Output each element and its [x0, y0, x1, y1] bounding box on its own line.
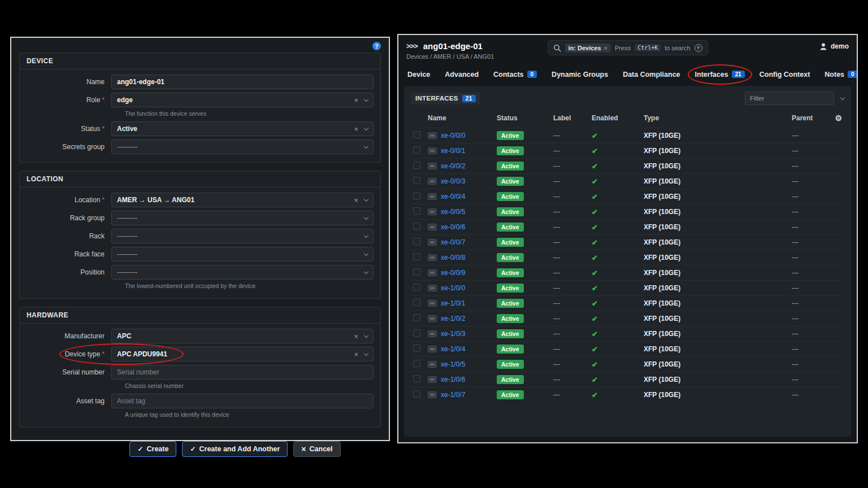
interface-link[interactable]: xe-0/0/8: [441, 254, 465, 262]
interface-link[interactable]: xe-0/0/3: [441, 177, 465, 185]
row-checkbox[interactable]: [413, 329, 420, 337]
text-input[interactable]: Serial number: [111, 365, 374, 380]
enabled-check-icon: ✔: [592, 254, 598, 262]
select-input[interactable]: ---------: [111, 140, 374, 154]
help-icon[interactable]: ?: [372, 42, 381, 50]
global-search[interactable]: in: Devices × Press Ctrl+K to search ?: [547, 40, 708, 55]
row-checkbox[interactable]: [413, 131, 420, 138]
tab-contacts[interactable]: Contacts0: [493, 71, 537, 79]
interface-link[interactable]: xe-1/0/0: [441, 284, 465, 292]
clear-icon[interactable]: ×: [354, 125, 358, 133]
tab-interfaces[interactable]: Interfaces21: [695, 71, 745, 79]
text-input[interactable]: ang01-edge-01: [111, 75, 374, 89]
row-checkbox[interactable]: [413, 223, 420, 230]
text-input[interactable]: Asset tag: [111, 394, 374, 408]
interface-link[interactable]: xe-0/0/6: [441, 223, 465, 231]
app-logo[interactable]: >>>: [406, 42, 418, 50]
column-enabled[interactable]: Enabled: [589, 110, 641, 128]
row-checkbox[interactable]: [413, 314, 420, 321]
create-and-add-another-button[interactable]: ✓ Create and Add Another: [182, 441, 288, 457]
interface-link[interactable]: xe-1/0/2: [441, 315, 465, 323]
interface-link[interactable]: xe-0/0/9: [441, 269, 465, 277]
chevron-down-icon[interactable]: [364, 97, 368, 101]
interface-link[interactable]: xe-1/0/1: [441, 299, 465, 307]
row-checkbox[interactable]: [413, 390, 420, 398]
interface-link[interactable]: xe-0/0/1: [441, 147, 465, 155]
chevron-down-icon[interactable]: [364, 333, 368, 337]
select-input[interactable]: APC×: [111, 329, 374, 343]
column-label[interactable]: Label: [551, 110, 589, 128]
column-name[interactable]: Name: [426, 110, 494, 128]
interface-link[interactable]: xe-1/0/6: [441, 376, 465, 384]
row-checkbox[interactable]: [413, 192, 420, 199]
column-type[interactable]: Type: [641, 110, 789, 128]
chip-close-icon[interactable]: ×: [604, 45, 607, 51]
row-checkbox[interactable]: [413, 238, 420, 245]
interface-link[interactable]: xe-1/0/4: [441, 345, 465, 353]
interface-link[interactable]: xe-1/0/3: [441, 330, 465, 338]
tab-device[interactable]: Device: [407, 71, 430, 79]
select-input[interactable]: edge×: [111, 93, 374, 107]
status-badge: Active: [497, 238, 524, 247]
column-parent[interactable]: Parent: [789, 110, 828, 128]
clear-icon[interactable]: ×: [354, 196, 358, 204]
chevron-down-icon[interactable]: [364, 197, 368, 201]
type-cell: XFP (10GE): [641, 159, 789, 174]
select-input[interactable]: ---------: [111, 265, 374, 280]
chevron-down-icon[interactable]: [364, 251, 368, 255]
tab-data-compliance[interactable]: Data Compliance: [623, 71, 680, 79]
name-cell: xe-0/0/4: [428, 193, 492, 201]
row-checkbox[interactable]: [413, 284, 420, 291]
row-checkbox[interactable]: [413, 177, 420, 184]
chevron-down-icon[interactable]: [364, 215, 368, 219]
select-input[interactable]: ---------: [111, 247, 374, 262]
row-checkbox[interactable]: [413, 375, 420, 382]
interface-icon: [428, 269, 437, 276]
clear-icon[interactable]: ×: [354, 350, 358, 359]
interface-link[interactable]: xe-0/0/0: [441, 132, 465, 140]
select-input[interactable]: ---------: [111, 211, 374, 225]
select-input[interactable]: Active×: [111, 121, 374, 136]
user-menu[interactable]: demo: [819, 42, 849, 50]
row-checkbox[interactable]: [413, 299, 420, 306]
field-value: APC APDU9941: [117, 350, 167, 358]
tab-dynamic-groups[interactable]: Dynamic Groups: [552, 71, 608, 79]
row-checkbox[interactable]: [413, 360, 420, 367]
filter-input[interactable]: Filter: [745, 91, 834, 105]
tab-notes[interactable]: Notes0: [824, 71, 857, 79]
search-help-icon[interactable]: ?: [695, 44, 702, 52]
chevron-down-icon[interactable]: [364, 143, 368, 148]
row-checkbox[interactable]: [413, 162, 420, 169]
select-input[interactable]: AMER → USA → ANG01×: [111, 193, 374, 207]
filter-chevron-down-icon[interactable]: [840, 95, 845, 99]
column-status[interactable]: Status: [494, 110, 551, 128]
row-checkbox[interactable]: [413, 207, 420, 215]
row-checkbox[interactable]: [413, 345, 420, 352]
chevron-down-icon[interactable]: [364, 269, 368, 273]
select-input[interactable]: ---------: [111, 229, 374, 243]
search-scope-chip[interactable]: in: Devices ×: [565, 43, 611, 53]
cancel-button[interactable]: × Cancel: [293, 441, 340, 457]
tab-config-context[interactable]: Config Context: [760, 71, 810, 79]
gear-icon[interactable]: ⚙: [835, 114, 842, 123]
select-input[interactable]: APC APDU9941×: [111, 347, 374, 361]
type-cell: XFP (10GE): [641, 220, 789, 235]
row-checkbox[interactable]: [413, 253, 420, 260]
interface-link[interactable]: xe-1/0/5: [441, 360, 465, 368]
interface-link[interactable]: xe-1/0/7: [441, 391, 465, 399]
chevron-down-icon[interactable]: [364, 233, 368, 237]
interface-link[interactable]: xe-0/0/7: [441, 238, 465, 246]
clear-icon[interactable]: ×: [354, 96, 358, 104]
clear-icon[interactable]: ×: [354, 332, 358, 341]
row-checkbox[interactable]: [413, 146, 420, 154]
interface-link[interactable]: xe-0/0/4: [441, 193, 465, 201]
create-button[interactable]: ✓ Create: [129, 441, 176, 457]
interface-link[interactable]: xe-0/0/5: [441, 208, 465, 216]
row-checkbox[interactable]: [413, 268, 420, 276]
filter-group: Filter: [745, 91, 844, 105]
tab-advanced[interactable]: Advanced: [445, 71, 479, 79]
chevron-down-icon[interactable]: [364, 125, 368, 130]
interface-link[interactable]: xe-0/0/2: [441, 162, 465, 170]
chevron-down-icon[interactable]: [364, 351, 368, 355]
enabled-check-icon: ✔: [592, 193, 598, 201]
